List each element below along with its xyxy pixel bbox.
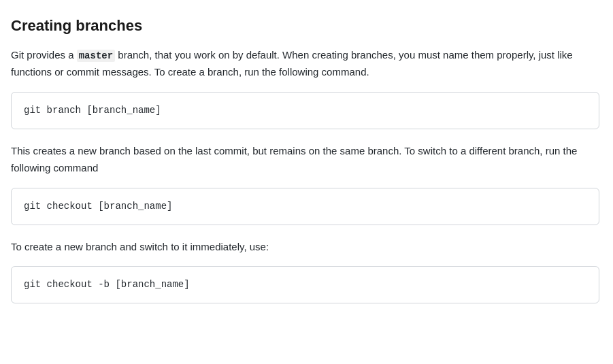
code-block-2: git checkout [branch_name] bbox=[11, 188, 599, 225]
paragraph-1-before: Git provides a bbox=[11, 49, 77, 61]
paragraph-1: Git provides a master branch, that you w… bbox=[11, 47, 599, 81]
master-keyword: master bbox=[77, 50, 115, 62]
code-content-2: git checkout [branch_name] bbox=[24, 201, 172, 212]
code-block-1: git branch [branch_name] bbox=[11, 92, 599, 129]
page-title: Creating branches bbox=[11, 14, 599, 37]
code-content-1: git branch [branch_name] bbox=[24, 105, 161, 116]
paragraph-2: This creates a new branch based on the l… bbox=[11, 143, 599, 177]
paragraph-3: To create a new branch and switch to it … bbox=[11, 239, 599, 256]
code-content-3: git checkout -b [branch_name] bbox=[24, 279, 190, 290]
code-block-3: git checkout -b [branch_name] bbox=[11, 266, 599, 303]
